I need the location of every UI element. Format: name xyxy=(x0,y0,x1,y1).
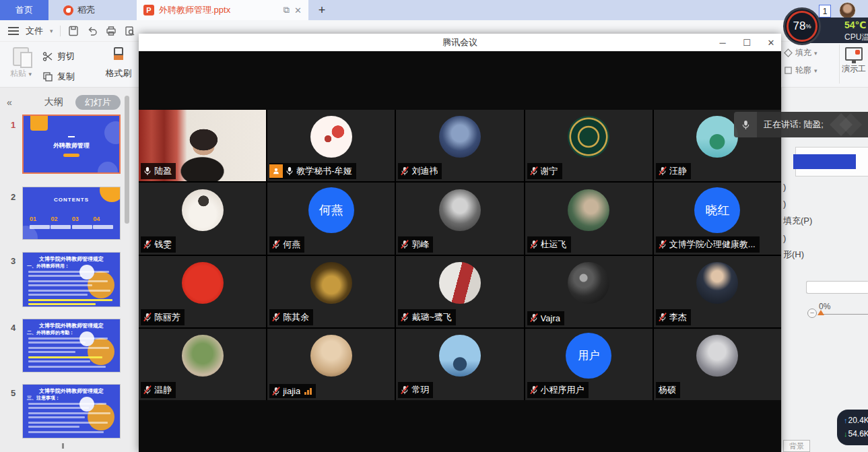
chevron-down-icon[interactable]: ▾ xyxy=(50,28,53,34)
slide-decoration xyxy=(88,338,114,365)
cpu-temp-value: 54℃ xyxy=(844,20,867,30)
participant-tile[interactable]: 李杰 xyxy=(654,256,781,327)
avatar: 何燕 xyxy=(308,187,354,233)
tab-docer[interactable]: 稻壳 xyxy=(48,0,136,20)
panel-scrollbar[interactable] xyxy=(125,96,129,224)
participant-tile[interactable]: 陆盈 xyxy=(139,110,266,181)
slide-thumbnail-4[interactable]: 文博学院外聘教师管理规定 二、外聘教师的考勤： xyxy=(22,319,121,373)
menu-icon[interactable] xyxy=(8,27,19,35)
close-button[interactable]: ✕ xyxy=(766,38,776,48)
fill-button[interactable]: 填充▾ xyxy=(784,47,817,59)
avatar xyxy=(568,262,609,304)
participant-tile[interactable]: 杜运飞 xyxy=(525,183,653,254)
cut-button[interactable]: 剪切 xyxy=(42,49,75,65)
slide-thumbnail-5[interactable]: 文博学院外聘教师管理规定 三、注意事项： xyxy=(22,384,121,439)
slide-decoration xyxy=(30,116,48,131)
collapse-panel-icon[interactable]: « xyxy=(7,97,11,108)
present-tools-button[interactable]: 演示工 xyxy=(839,44,868,84)
tab-home[interactable]: 首页 xyxy=(0,0,48,20)
participant-tile[interactable]: 谢宁 xyxy=(525,110,653,181)
menu-item-shape[interactable]: 形(H) xyxy=(783,249,804,261)
participant-nameplate: jiajia xyxy=(269,384,316,398)
file-menu[interactable]: 文件 xyxy=(26,25,43,37)
tab-document-label: 外聘教师管理.pptx xyxy=(159,4,279,16)
minus-button[interactable]: − xyxy=(807,309,817,318)
mic-muted-icon xyxy=(401,313,409,322)
new-tab-button[interactable]: + xyxy=(314,2,330,18)
participant-name: 戴璐~鹭飞 xyxy=(411,311,452,323)
avatar xyxy=(182,335,224,377)
speaking-label: 正在讲话: 陆盈; xyxy=(764,119,824,131)
save-icon[interactable] xyxy=(67,25,79,37)
participant-nameplate: 杜运飞 xyxy=(527,236,571,253)
chevron-down-icon: ▾ xyxy=(28,71,32,77)
browser-tab-bar: 首页 稻壳 P 外聘教师管理.pptx ⧉ ✕ + xyxy=(0,0,868,20)
participant-name: 郭峰 xyxy=(411,238,429,251)
close-tab-icon[interactable]: ✕ xyxy=(294,5,302,15)
participant-tile[interactable]: 晓红 文博学院心理健康教... xyxy=(654,183,781,254)
paste-button[interactable]: 粘贴 ▾ xyxy=(7,47,35,79)
cpu-usage-unit: % xyxy=(805,23,811,30)
cpu-usage-gauge[interactable]: 78% xyxy=(783,7,821,45)
participant-tile[interactable]: Vajra xyxy=(525,256,653,327)
participant-tile[interactable]: 何燕 何燕 xyxy=(267,183,395,254)
menu-item-fill[interactable]: 填充(P) xyxy=(783,215,812,227)
participant-name: 文博学院心理健康教... xyxy=(669,238,756,251)
minimize-button[interactable]: ─ xyxy=(718,38,727,48)
participant-nameplate: 李杰 xyxy=(656,309,691,325)
avatar xyxy=(696,335,738,377)
meeting-title-bar[interactable]: 腾讯会议 ─ ☐ ✕ xyxy=(139,34,781,51)
avatar xyxy=(310,116,352,158)
slide-thumbnail-1[interactable]: 外聘教师管理 xyxy=(22,115,121,174)
participant-tile[interactable]: 陈其余 xyxy=(267,256,395,327)
account-avatar[interactable] xyxy=(839,2,856,19)
background-button[interactable]: 背景 xyxy=(783,440,810,452)
participant-tile[interactable]: jiajia xyxy=(267,329,395,400)
participant-tile[interactable]: 教学秘书-牟娅 xyxy=(267,110,395,181)
participant-tile[interactable]: 郭峰 xyxy=(396,183,523,254)
outline-button[interactable]: 轮廓▾ xyxy=(784,65,817,76)
meeting-logo-watermark xyxy=(830,113,853,136)
tab-document[interactable]: P 外聘教师管理.pptx ⧉ ✕ xyxy=(137,0,308,20)
tab-outline[interactable]: 大纲 xyxy=(44,96,63,108)
copy-button[interactable]: 复制 xyxy=(42,69,75,85)
slider-track[interactable] xyxy=(824,314,868,315)
slide-thumbnail-3[interactable]: 文博学院外聘教师管理规定 一、外聘教师聘用： xyxy=(22,252,121,307)
print-preview-icon[interactable] xyxy=(124,25,136,37)
monitor-icon[interactable]: ⧉ xyxy=(283,5,290,15)
print-icon[interactable] xyxy=(105,25,117,37)
slide-thumbnail-2[interactable]: CONTENTS 01 02 03 04 xyxy=(22,187,121,240)
participant-name: Vajra xyxy=(541,313,560,323)
network-speed-overlay: ↑20.4K ↓54.6K xyxy=(837,410,868,445)
mic-muted-icon xyxy=(530,240,538,249)
participant-tile[interactable]: 刘迪祎 xyxy=(396,110,523,181)
participant-name: 常玥 xyxy=(411,384,429,396)
participant-name: 杨硕 xyxy=(659,384,676,396)
blue-color-swatch[interactable] xyxy=(793,154,856,169)
format-painter-button[interactable]: 格式刷 xyxy=(101,47,136,79)
notification-badge[interactable]: 1 xyxy=(819,5,831,18)
undo-icon[interactable] xyxy=(86,25,98,37)
participant-tile[interactable]: 常玥 xyxy=(396,329,523,400)
panel-resize-handle[interactable] xyxy=(62,443,64,449)
scissors-icon xyxy=(42,51,54,63)
participant-name: 教学秘书-牟娅 xyxy=(296,165,352,177)
slides-panel: « 大纲 幻灯片 1 外聘教师管理 2 CONTENTS 01 02 03 04… xyxy=(0,88,139,452)
participant-tile[interactable]: 温静 xyxy=(139,329,266,400)
value-input[interactable] xyxy=(806,281,868,294)
avatar xyxy=(439,335,481,377)
participant-nameplate: 温静 xyxy=(141,382,176,398)
slide-title: 文博学院外聘教师管理规定 xyxy=(23,387,120,395)
participant-nameplate: 陈其余 xyxy=(269,309,313,325)
avatar-initials: 晓红 xyxy=(705,202,729,218)
participant-tile[interactable]: 钱雯 xyxy=(139,183,266,254)
slide-decoration xyxy=(68,136,75,137)
tab-slides[interactable]: 幻灯片 xyxy=(75,95,121,110)
participant-tile[interactable]: 杨硕 xyxy=(654,329,781,400)
avatar xyxy=(696,116,738,158)
participant-tile[interactable]: 戴璐~鹭飞 xyxy=(396,256,523,327)
participant-tile[interactable]: 陈丽芳 xyxy=(139,256,266,327)
maximize-button[interactable]: ☐ xyxy=(742,38,752,48)
participant-tile[interactable]: 用户 小程序用户 xyxy=(525,329,653,400)
video-grid: 陆盈 教学秘书-牟娅 刘迪祎 谢宁 xyxy=(139,110,781,400)
